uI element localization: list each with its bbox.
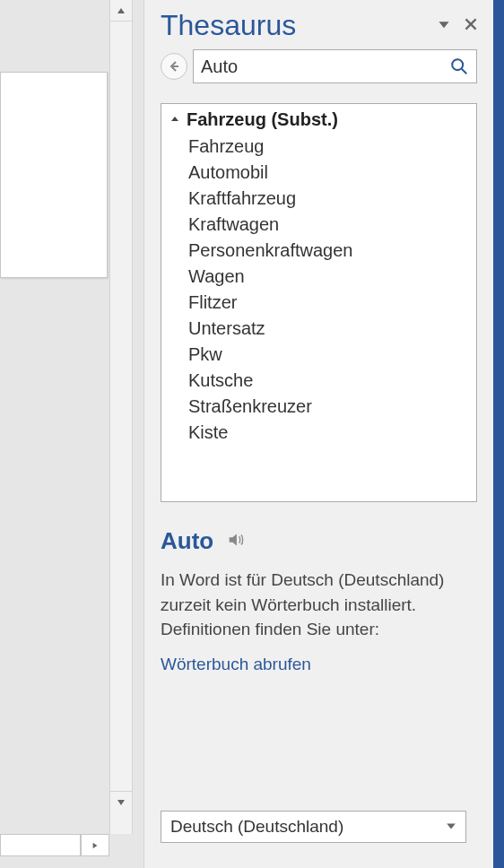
window-right-border [493, 0, 504, 868]
svg-point-7 [452, 59, 463, 70]
speaker-icon[interactable] [226, 530, 246, 553]
hscroll-track[interactable] [0, 834, 81, 856]
hscroll-right-button[interactable] [81, 834, 109, 856]
pane-close-button[interactable] [465, 18, 477, 34]
svg-marker-3 [439, 22, 448, 28]
result-item[interactable]: Personenkraftwagen [161, 238, 476, 264]
search-icon[interactable] [449, 56, 469, 76]
search-input[interactable] [201, 56, 449, 77]
get-dictionary-link[interactable]: Wörterbuch abrufen [161, 655, 311, 674]
result-item[interactable]: Kraftwagen [161, 212, 476, 238]
language-select[interactable]: Deutsch (Deutschland) [161, 811, 466, 843]
svg-marker-10 [447, 823, 456, 829]
document-page[interactable] [0, 72, 108, 278]
results-list[interactable]: Fahrzeug (Subst.) Fahrzeug Automobil Kra… [161, 103, 477, 502]
definition-area: Auto In Word ist für Deutsch (Deutschlan… [144, 502, 493, 683]
result-item[interactable]: Kutsche [161, 368, 476, 394]
result-item[interactable]: Pkw [161, 342, 476, 368]
search-box [193, 49, 477, 83]
chevron-down-icon [446, 820, 456, 834]
svg-marker-9 [171, 117, 178, 121]
pane-title: Thesaurus [161, 9, 296, 42]
definition-word: Auto [161, 527, 213, 555]
back-button[interactable] [161, 53, 187, 80]
group-header-label: Fahrzeug (Subst.) [187, 109, 338, 130]
svg-marker-1 [117, 800, 125, 805]
result-group-header[interactable]: Fahrzeug (Subst.) [161, 104, 476, 134]
result-item[interactable]: Untersatz [161, 316, 476, 342]
svg-marker-0 [117, 8, 125, 13]
collapse-icon [170, 114, 183, 126]
thesaurus-pane: Thesaurus Fahrzeug (Subst.) Fa [143, 0, 493, 868]
result-item[interactable]: Wagen [161, 264, 476, 290]
vertical-scrollbar[interactable] [109, 0, 133, 834]
svg-line-8 [462, 69, 467, 74]
horizontal-scrollbar [0, 834, 109, 856]
scroll-up-button[interactable] [110, 0, 132, 22]
result-item[interactable]: Kraftfahrzeug [161, 186, 476, 212]
scroll-down-button[interactable] [110, 791, 132, 812]
result-item[interactable]: Flitzer [161, 290, 476, 316]
result-item[interactable]: Automobil [161, 160, 476, 186]
result-item[interactable]: Fahrzeug [161, 134, 476, 160]
pane-options-button[interactable] [438, 18, 450, 34]
result-item[interactable]: Kiste [161, 420, 476, 446]
language-selected-label: Deutsch (Deutschland) [170, 817, 343, 837]
definition-text: In Word ist für Deutsch (Deutschland) zu… [161, 568, 477, 642]
result-item[interactable]: Straßenkreuzer [161, 394, 476, 420]
document-area [0, 0, 143, 868]
svg-marker-2 [93, 842, 98, 847]
